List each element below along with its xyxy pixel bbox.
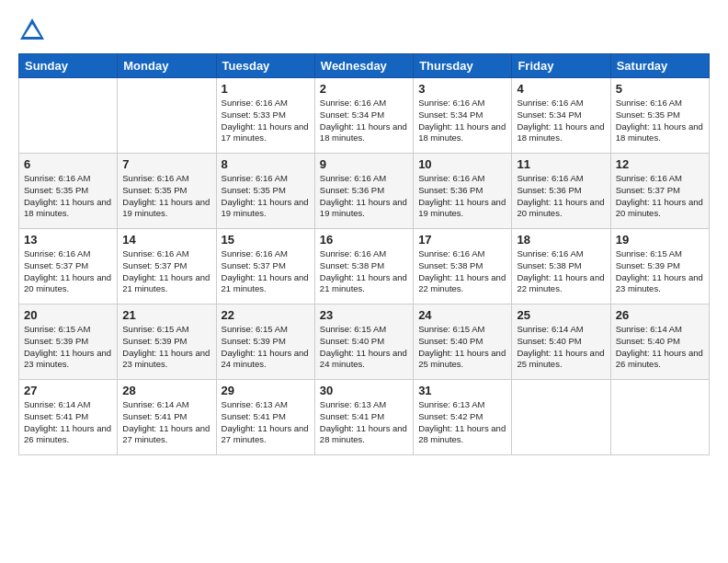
- day-number: 4: [517, 82, 605, 96]
- day-cell: 31Sunrise: 6:13 AM Sunset: 5:42 PM Dayli…: [414, 380, 512, 455]
- day-cell: 4Sunrise: 6:16 AM Sunset: 5:34 PM Daylig…: [512, 78, 610, 154]
- day-info: Sunrise: 6:13 AM Sunset: 5:41 PM Dayligh…: [222, 399, 310, 446]
- page: SundayMondayTuesdayWednesdayThursdayFrid…: [0, 0, 728, 563]
- header-cell-saturday: Saturday: [610, 54, 709, 78]
- day-cell: 14Sunrise: 6:16 AM Sunset: 5:37 PM Dayli…: [118, 229, 216, 304]
- day-cell: 24Sunrise: 6:15 AM Sunset: 5:40 PM Dayli…: [414, 304, 512, 380]
- day-cell: 13Sunrise: 6:16 AM Sunset: 5:37 PM Dayli…: [19, 229, 118, 304]
- day-number: 20: [24, 308, 112, 322]
- day-info: Sunrise: 6:14 AM Sunset: 5:40 PM Dayligh…: [517, 324, 605, 371]
- day-number: 27: [24, 384, 112, 397]
- day-number: 17: [418, 233, 506, 247]
- day-number: 16: [320, 233, 408, 247]
- day-info: Sunrise: 6:16 AM Sunset: 5:34 PM Dayligh…: [320, 98, 408, 144]
- day-info: Sunrise: 6:14 AM Sunset: 5:41 PM Dayligh…: [122, 399, 210, 446]
- day-cell: [610, 380, 709, 455]
- day-cell: 17Sunrise: 6:16 AM Sunset: 5:38 PM Dayli…: [414, 229, 512, 304]
- day-number: 23: [320, 308, 408, 322]
- day-info: Sunrise: 6:14 AM Sunset: 5:40 PM Dayligh…: [616, 324, 704, 371]
- day-info: Sunrise: 6:16 AM Sunset: 5:37 PM Dayligh…: [616, 173, 704, 220]
- header-cell-tuesday: Tuesday: [216, 54, 314, 78]
- day-number: 8: [222, 157, 310, 171]
- day-number: 12: [616, 157, 704, 171]
- day-info: Sunrise: 6:15 AM Sunset: 5:39 PM Dayligh…: [24, 324, 112, 371]
- calendar: SundayMondayTuesdayWednesdayThursdayFrid…: [18, 53, 710, 455]
- day-number: 2: [320, 82, 408, 96]
- day-cell: 18Sunrise: 6:16 AM Sunset: 5:38 PM Dayli…: [512, 229, 610, 304]
- day-number: 26: [616, 308, 704, 322]
- week-row-2: 13Sunrise: 6:16 AM Sunset: 5:37 PM Dayli…: [19, 229, 710, 304]
- day-info: Sunrise: 6:16 AM Sunset: 5:37 PM Dayligh…: [222, 248, 310, 295]
- day-number: 30: [320, 384, 408, 397]
- day-info: Sunrise: 6:13 AM Sunset: 5:41 PM Dayligh…: [320, 399, 408, 446]
- day-info: Sunrise: 6:16 AM Sunset: 5:34 PM Dayligh…: [517, 98, 605, 144]
- day-number: 6: [24, 157, 112, 171]
- logo: [18, 17, 50, 44]
- day-info: Sunrise: 6:16 AM Sunset: 5:37 PM Dayligh…: [122, 248, 210, 295]
- day-info: Sunrise: 6:16 AM Sunset: 5:36 PM Dayligh…: [517, 173, 605, 220]
- day-number: 15: [222, 233, 310, 247]
- day-number: 9: [320, 157, 408, 171]
- day-cell: 8Sunrise: 6:16 AM Sunset: 5:35 PM Daylig…: [216, 154, 314, 229]
- day-info: Sunrise: 6:14 AM Sunset: 5:41 PM Dayligh…: [24, 399, 112, 446]
- day-info: Sunrise: 6:16 AM Sunset: 5:34 PM Dayligh…: [418, 98, 506, 144]
- day-number: 21: [122, 308, 210, 322]
- day-number: 31: [418, 384, 506, 397]
- day-cell: [512, 380, 610, 455]
- day-info: Sunrise: 6:16 AM Sunset: 5:38 PM Dayligh…: [517, 248, 605, 295]
- day-cell: 28Sunrise: 6:14 AM Sunset: 5:41 PM Dayli…: [118, 380, 216, 455]
- day-info: Sunrise: 6:15 AM Sunset: 5:39 PM Dayligh…: [222, 324, 310, 371]
- header-cell-wednesday: Wednesday: [314, 54, 413, 78]
- week-row-0: 1Sunrise: 6:16 AM Sunset: 5:33 PM Daylig…: [19, 78, 710, 154]
- day-number: 5: [616, 82, 704, 96]
- day-number: 11: [517, 157, 605, 171]
- day-number: 18: [517, 233, 605, 247]
- week-row-1: 6Sunrise: 6:16 AM Sunset: 5:35 PM Daylig…: [19, 154, 710, 229]
- day-number: 14: [122, 233, 210, 247]
- day-number: 29: [222, 384, 310, 397]
- day-cell: [118, 78, 216, 154]
- day-cell: 10Sunrise: 6:16 AM Sunset: 5:36 PM Dayli…: [414, 154, 512, 229]
- day-number: 25: [517, 308, 605, 322]
- day-number: 24: [418, 308, 506, 322]
- calendar-header: SundayMondayTuesdayWednesdayThursdayFrid…: [19, 54, 710, 78]
- day-cell: 26Sunrise: 6:14 AM Sunset: 5:40 PM Dayli…: [610, 304, 709, 380]
- day-info: Sunrise: 6:16 AM Sunset: 5:35 PM Dayligh…: [222, 173, 310, 220]
- calendar-body: 1Sunrise: 6:16 AM Sunset: 5:33 PM Daylig…: [19, 78, 710, 455]
- day-info: Sunrise: 6:15 AM Sunset: 5:39 PM Dayligh…: [122, 324, 210, 371]
- day-info: Sunrise: 6:16 AM Sunset: 5:35 PM Dayligh…: [24, 173, 112, 220]
- day-cell: 30Sunrise: 6:13 AM Sunset: 5:41 PM Dayli…: [314, 380, 413, 455]
- day-info: Sunrise: 6:16 AM Sunset: 5:37 PM Dayligh…: [24, 248, 112, 295]
- day-cell: 7Sunrise: 6:16 AM Sunset: 5:35 PM Daylig…: [118, 154, 216, 229]
- day-info: Sunrise: 6:16 AM Sunset: 5:36 PM Dayligh…: [320, 173, 408, 220]
- day-cell: 2Sunrise: 6:16 AM Sunset: 5:34 PM Daylig…: [314, 78, 413, 154]
- day-cell: 29Sunrise: 6:13 AM Sunset: 5:41 PM Dayli…: [216, 380, 314, 455]
- day-cell: 6Sunrise: 6:16 AM Sunset: 5:35 PM Daylig…: [19, 154, 118, 229]
- day-info: Sunrise: 6:13 AM Sunset: 5:42 PM Dayligh…: [418, 399, 506, 446]
- day-info: Sunrise: 6:16 AM Sunset: 5:33 PM Dayligh…: [222, 98, 310, 144]
- day-info: Sunrise: 6:16 AM Sunset: 5:38 PM Dayligh…: [418, 248, 506, 295]
- day-number: 22: [222, 308, 310, 322]
- header-cell-sunday: Sunday: [19, 54, 118, 78]
- header-row: SundayMondayTuesdayWednesdayThursdayFrid…: [19, 54, 710, 78]
- day-cell: 15Sunrise: 6:16 AM Sunset: 5:37 PM Dayli…: [216, 229, 314, 304]
- day-info: Sunrise: 6:16 AM Sunset: 5:35 PM Dayligh…: [122, 173, 210, 220]
- logo-icon: [18, 17, 46, 44]
- week-row-3: 20Sunrise: 6:15 AM Sunset: 5:39 PM Dayli…: [19, 304, 710, 380]
- header-cell-friday: Friday: [512, 54, 610, 78]
- day-cell: 1Sunrise: 6:16 AM Sunset: 5:33 PM Daylig…: [216, 78, 314, 154]
- day-cell: 22Sunrise: 6:15 AM Sunset: 5:39 PM Dayli…: [216, 304, 314, 380]
- day-number: 28: [122, 384, 210, 397]
- header-cell-monday: Monday: [118, 54, 216, 78]
- day-number: 19: [616, 233, 704, 247]
- day-cell: 27Sunrise: 6:14 AM Sunset: 5:41 PM Dayli…: [19, 380, 118, 455]
- day-cell: 20Sunrise: 6:15 AM Sunset: 5:39 PM Dayli…: [19, 304, 118, 380]
- header-cell-thursday: Thursday: [414, 54, 512, 78]
- day-cell: 12Sunrise: 6:16 AM Sunset: 5:37 PM Dayli…: [610, 154, 709, 229]
- day-info: Sunrise: 6:15 AM Sunset: 5:40 PM Dayligh…: [418, 324, 506, 371]
- day-cell: 19Sunrise: 6:15 AM Sunset: 5:39 PM Dayli…: [610, 229, 709, 304]
- day-info: Sunrise: 6:16 AM Sunset: 5:35 PM Dayligh…: [616, 98, 704, 144]
- day-cell: 23Sunrise: 6:15 AM Sunset: 5:40 PM Dayli…: [314, 304, 413, 380]
- day-info: Sunrise: 6:15 AM Sunset: 5:39 PM Dayligh…: [616, 248, 704, 295]
- day-info: Sunrise: 6:15 AM Sunset: 5:40 PM Dayligh…: [320, 324, 408, 371]
